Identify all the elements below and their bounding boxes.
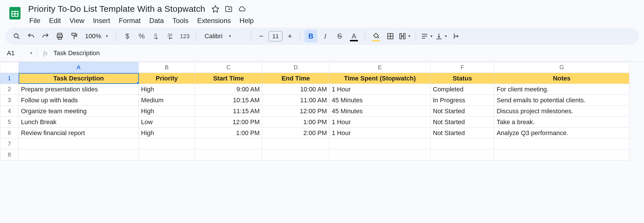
cell-D4[interactable]: 12:00 PM — [262, 106, 329, 117]
cell-C6[interactable]: 1:00 PM — [195, 128, 262, 139]
select-all-corner[interactable] — [0, 62, 19, 73]
fill-color-button[interactable] — [370, 30, 382, 43]
cell-C2[interactable]: 9:00 AM — [195, 84, 262, 95]
formula-input[interactable]: Task Description — [53, 49, 100, 57]
row-header-3[interactable]: 3 — [0, 95, 19, 106]
zoom-select[interactable]: 100%▼ — [82, 32, 111, 40]
spreadsheet-grid[interactable]: ABCDEFG1Task DescriptionPriorityStart Ti… — [0, 61, 644, 160]
cell-B6[interactable]: High — [139, 128, 195, 139]
row-header-5[interactable]: 5 — [0, 117, 19, 128]
cell-A8[interactable] — [19, 149, 139, 160]
cell-A5[interactable]: Lunch Break — [19, 117, 139, 128]
star-icon[interactable] — [211, 5, 219, 13]
vertical-align-button[interactable]: ▼ — [435, 30, 448, 43]
row-header-4[interactable]: 4 — [0, 106, 19, 117]
menu-file[interactable]: File — [29, 17, 41, 25]
format-currency-button[interactable]: $ — [121, 30, 134, 43]
menu-format[interactable]: Format — [119, 17, 141, 25]
cell-C8[interactable] — [195, 149, 262, 160]
cell-F5[interactable]: Not Started — [431, 117, 494, 128]
cell-B5[interactable]: Low — [139, 117, 195, 128]
menu-tools[interactable]: Tools — [172, 17, 188, 25]
cell-C5[interactable]: 12:00 PM — [195, 117, 262, 128]
paint-format-button[interactable] — [68, 30, 80, 43]
cell-D1[interactable]: End Time — [262, 73, 329, 84]
cell-D3[interactable]: 11:00 AM — [262, 95, 329, 106]
row-header-2[interactable]: 2 — [0, 84, 19, 95]
cell-G5[interactable]: Take a break. — [494, 117, 629, 128]
menu-edit[interactable]: Edit — [49, 17, 61, 25]
sheets-logo[interactable] — [7, 3, 23, 24]
format-123-button[interactable]: 123 — [178, 30, 191, 43]
increase-decimal-button[interactable]: .00 — [164, 30, 177, 43]
cell-A6[interactable]: Review financial report — [19, 128, 139, 139]
col-header-D[interactable]: D — [262, 62, 329, 73]
menu-insert[interactable]: Insert — [93, 17, 110, 25]
cell-C7[interactable] — [195, 139, 262, 149]
print-button[interactable] — [53, 30, 66, 43]
cell-G1[interactable]: Notes — [494, 73, 629, 84]
cell-G2[interactable]: For client meeting. — [494, 84, 629, 95]
cell-F7[interactable] — [431, 139, 494, 149]
col-header-B[interactable]: B — [139, 62, 195, 73]
col-header-G[interactable]: G — [494, 62, 629, 73]
col-header-A[interactable]: A — [19, 62, 139, 73]
cell-C4[interactable]: 11:15 AM — [195, 106, 262, 117]
cell-E5[interactable]: 1 Hour — [329, 117, 431, 128]
merge-button[interactable]: ▼ — [398, 30, 411, 43]
cloud-status-icon[interactable] — [238, 5, 246, 13]
format-percent-button[interactable]: % — [135, 30, 148, 43]
row-header-7[interactable]: 7 — [0, 139, 19, 149]
cell-G4[interactable]: Discuss project milestones. — [494, 106, 629, 117]
cell-E6[interactable]: 1 Hour — [329, 128, 431, 139]
col-header-E[interactable]: E — [329, 62, 431, 73]
cell-F6[interactable]: Not Started — [431, 128, 494, 139]
move-icon[interactable] — [225, 5, 233, 13]
row-header-8[interactable]: 8 — [0, 149, 19, 160]
menu-extensions[interactable]: Extensions — [197, 17, 231, 25]
cell-B3[interactable]: Medium — [139, 95, 195, 106]
name-box[interactable]: A1 ▼ — [3, 48, 37, 58]
cell-D2[interactable]: 10:00 AM — [262, 84, 329, 95]
wrap-button[interactable] — [449, 30, 462, 43]
cell-B8[interactable] — [139, 149, 195, 160]
cell-B4[interactable]: High — [139, 106, 195, 117]
decrease-decimal-button[interactable]: .0 — [150, 30, 162, 43]
cell-A7[interactable] — [19, 139, 139, 149]
cell-B2[interactable]: High — [139, 84, 195, 95]
cell-C3[interactable]: 10:15 AM — [195, 95, 262, 106]
cell-D6[interactable]: 2:00 PM — [262, 128, 329, 139]
bold-button[interactable]: B — [304, 30, 317, 43]
redo-button[interactable] — [39, 30, 52, 43]
cell-A1[interactable]: Task Description — [19, 73, 139, 84]
cell-A2[interactable]: Prepare presentation slides — [19, 84, 139, 95]
cell-E4[interactable]: 45 Minutes — [329, 106, 431, 117]
cell-D7[interactable] — [262, 139, 329, 149]
text-color-button[interactable]: A — [348, 30, 360, 43]
cell-D5[interactable]: 1:00 PM — [262, 117, 329, 128]
cell-G3[interactable]: Send emails to potential clients. — [494, 95, 629, 106]
menu-view[interactable]: View — [70, 17, 84, 25]
font-size-input[interactable]: 11 — [269, 31, 282, 41]
cell-F8[interactable] — [431, 149, 494, 160]
cell-F3[interactable]: In Progress — [431, 95, 494, 106]
cell-F4[interactable]: Not Started — [431, 106, 494, 117]
font-size-decrease[interactable]: − — [256, 31, 266, 41]
font-size-increase[interactable]: + — [285, 31, 295, 41]
cell-E8[interactable] — [329, 149, 431, 160]
cell-A3[interactable]: Follow up with leads — [19, 95, 139, 106]
borders-button[interactable] — [384, 30, 397, 43]
strike-button[interactable]: S — [333, 30, 346, 43]
search-icon[interactable] — [10, 30, 23, 43]
cell-B1[interactable]: Priority — [139, 73, 195, 84]
cell-E3[interactable]: 45 Minutes — [329, 95, 431, 106]
cell-G6[interactable]: Analyze Q3 performance. — [494, 128, 629, 139]
cell-F2[interactable]: Completed — [431, 84, 494, 95]
cell-E7[interactable] — [329, 139, 431, 149]
cell-E1[interactable]: Time Spent (Stopwatch) — [329, 73, 431, 84]
row-header-1[interactable]: 1 — [0, 73, 19, 84]
cell-E2[interactable]: 1 Hour — [329, 84, 431, 95]
cell-F1[interactable]: Status — [431, 73, 494, 84]
menu-data[interactable]: Data — [149, 17, 164, 25]
row-header-6[interactable]: 6 — [0, 128, 19, 139]
